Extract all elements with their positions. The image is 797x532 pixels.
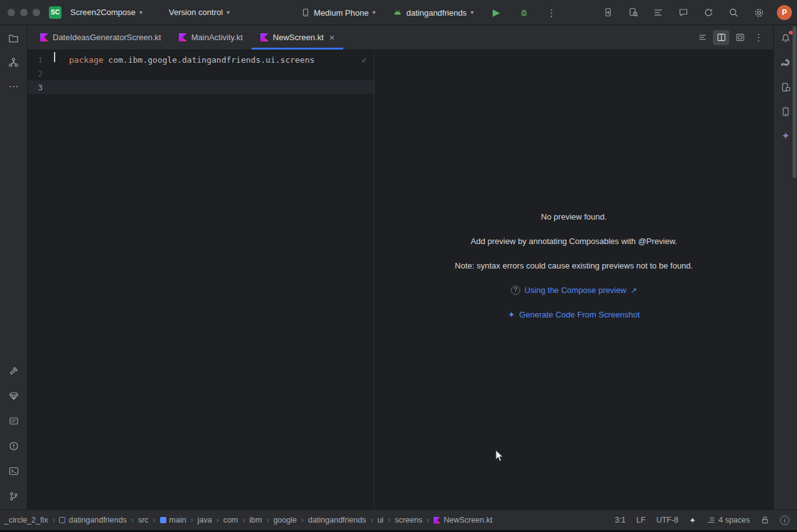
build-toolwindow-button[interactable] <box>5 363 23 379</box>
breadcrumb-item[interactable]: datingandfriends <box>306 514 368 526</box>
write-access-widget[interactable] <box>761 516 769 524</box>
editor-line-3[interactable]: 3 <box>28 80 374 94</box>
kebab-icon: ⋮ <box>754 32 764 43</box>
line-separator-widget[interactable]: LF <box>636 516 646 524</box>
window-controls[interactable] <box>0 9 49 16</box>
breadcrumb-item[interactable]: screens <box>393 514 424 526</box>
chevron-right-icon: › <box>301 516 304 524</box>
editor-line-2[interactable]: 2 <box>28 66 374 80</box>
line-number: 3 <box>28 83 43 92</box>
breadcrumb-item[interactable]: java <box>196 514 214 526</box>
tab-options-button[interactable]: ⋮ <box>751 30 767 45</box>
device-manager-icon <box>781 107 791 117</box>
hammer-icon <box>9 366 19 376</box>
sync-button[interactable] <box>698 4 719 21</box>
run-configuration-selector[interactable]: datingandfriends ▾ <box>389 6 477 20</box>
chevron-down-icon: ▾ <box>139 9 142 16</box>
more-toolwindows-button[interactable]: ⋯ <box>5 78 23 94</box>
settings-button[interactable] <box>748 4 769 21</box>
gemini-status-icon[interactable]: ✦ <box>689 516 696 525</box>
structure-toolwindow-button[interactable] <box>5 54 23 70</box>
run-button[interactable]: ▶ <box>488 4 505 21</box>
caret-position-widget[interactable]: 3:1 <box>615 516 626 524</box>
help-icon: ? <box>511 285 520 295</box>
gemini-toolwindow-button[interactable] <box>777 128 794 144</box>
layout-inspector-icon <box>628 8 638 18</box>
breadcrumb-item[interactable]: com <box>222 514 240 526</box>
device-mirroring-button[interactable] <box>597 4 619 21</box>
search-button[interactable] <box>723 4 744 21</box>
breadcrumb-item[interactable]: _circle_2_fix <box>3 514 50 526</box>
project-selector[interactable]: Screen2Compose ▾ <box>67 5 146 19</box>
kotlin-file-icon <box>179 33 187 41</box>
window-close-button[interactable] <box>8 9 15 16</box>
chevron-right-icon: › <box>265 516 269 524</box>
version-control-toolwindow-button[interactable] <box>5 488 23 504</box>
problems-toolwindow-button[interactable] <box>5 438 23 454</box>
kotlin-file-icon <box>260 33 269 41</box>
structure-icon <box>8 57 19 68</box>
breadcrumb-item[interactable]: src <box>136 514 151 526</box>
bug-icon <box>519 8 529 18</box>
logcat-icon <box>9 416 19 426</box>
breadcrumb-item[interactable]: datingandfriends <box>57 514 128 526</box>
split-view-button[interactable] <box>713 30 729 45</box>
encoding-widget[interactable]: UTF-8 <box>656 516 678 524</box>
debug-button[interactable] <box>515 4 533 21</box>
logcat-toolwindow-button[interactable] <box>5 413 23 429</box>
chevron-down-icon: ▾ <box>227 9 230 16</box>
code-view-button[interactable] <box>694 30 710 45</box>
search-icon <box>729 8 739 18</box>
version-control-label: Version control <box>169 8 223 17</box>
layout-inspector-button[interactable] <box>623 4 644 21</box>
gradle-toolwindow-button[interactable] <box>777 55 794 71</box>
preview-message-hint: Add preview by annotating Composables wi… <box>471 237 677 246</box>
generate-code-link[interactable]: ✦ Generate Code From Screenshot <box>508 310 639 319</box>
split-view-icon <box>717 33 726 42</box>
notification-badge <box>789 31 793 35</box>
chevron-right-icon: › <box>426 516 430 524</box>
window-minimize-button[interactable] <box>20 9 28 16</box>
kotlin-file-icon <box>434 517 441 524</box>
indent-widget[interactable]: 4 spaces <box>707 516 750 524</box>
source-root-icon <box>160 517 166 523</box>
device-manager-button[interactable] <box>777 104 794 120</box>
window-zoom-button[interactable] <box>33 9 40 16</box>
device-mirroring-icon <box>603 8 613 18</box>
device-selector[interactable]: Medium Phone ▾ <box>297 6 379 20</box>
logcat-button[interactable] <box>648 4 669 21</box>
phone-icon <box>301 8 310 17</box>
compose-preview-doc-link[interactable]: ? Using the Compose preview ↗ <box>511 285 638 295</box>
device-explorer-button[interactable] <box>777 79 794 95</box>
chevron-down-icon: ▾ <box>372 9 375 16</box>
avatar[interactable]: P <box>777 5 792 20</box>
folder-icon <box>8 33 19 44</box>
tab-newscreen[interactable]: NewScreen.kt × <box>252 25 343 50</box>
app-quality-insights-toolwindow-button[interactable] <box>5 388 23 404</box>
breadcrumb-item[interactable]: google <box>271 514 299 526</box>
run-icon: ▶ <box>493 7 500 18</box>
chevron-right-icon: › <box>152 516 156 524</box>
scrollbar[interactable] <box>793 26 796 178</box>
terminal-icon <box>9 466 19 476</box>
breadcrumb-item[interactable]: ibm <box>247 514 264 526</box>
version-control-menu[interactable]: Version control ▾ <box>165 5 233 19</box>
tab-mainactivity[interactable]: MainActivity.kt <box>170 25 252 50</box>
breadcrumb-item[interactable]: NewScreen.kt <box>432 514 495 526</box>
info-widget[interactable]: i <box>780 516 789 525</box>
tab-dateideasgeneratorscreen[interactable]: DateIdeasGeneratorScreen.kt <box>31 25 170 50</box>
editor-line-1[interactable]: 1 package com.ibm.google.datingandfriend… <box>28 53 374 66</box>
breadcrumb-item[interactable]: main <box>158 514 188 526</box>
code-view-icon <box>698 33 707 42</box>
project-toolwindow-button[interactable] <box>5 30 23 46</box>
more-actions-button[interactable]: ⋮ <box>543 4 560 21</box>
close-icon[interactable]: × <box>329 33 334 43</box>
code-text: package com.ibm.google.datingandfriends.… <box>69 55 314 65</box>
inspections-ok-icon[interactable]: ✓ <box>361 55 366 65</box>
notifications-button[interactable] <box>777 30 794 46</box>
terminal-toolwindow-button[interactable] <box>5 463 23 479</box>
code-editor[interactable]: 1 package com.ibm.google.datingandfriend… <box>28 50 374 509</box>
app-insights-button[interactable] <box>673 4 694 21</box>
breadcrumb-item[interactable]: ui <box>375 514 385 526</box>
design-view-button[interactable] <box>732 30 748 45</box>
